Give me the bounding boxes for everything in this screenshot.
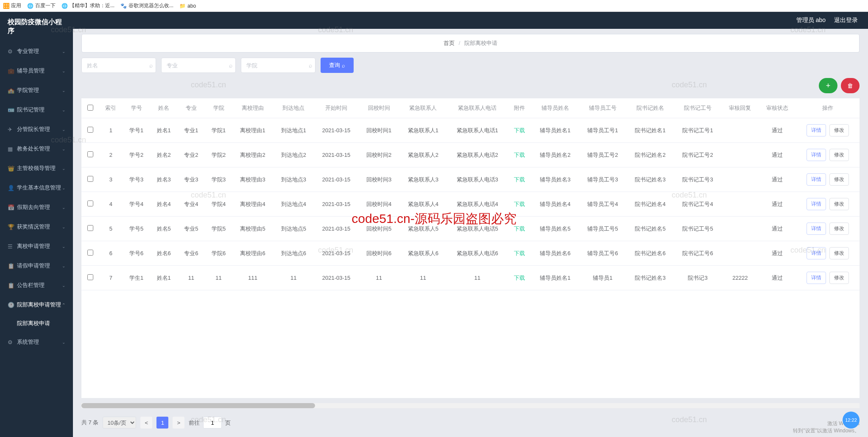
row-checkbox[interactable] — [87, 225, 93, 231]
delete-button[interactable]: 🗑 — [841, 78, 860, 93]
plus-icon: + — [826, 81, 831, 90]
detail-button[interactable]: 详情 — [807, 272, 826, 284]
bookmark-baidu[interactable]: 🌐百度一下 — [27, 2, 56, 9]
download-link[interactable]: 下载 — [514, 176, 525, 183]
edit-button[interactable]: 修改 — [829, 247, 849, 259]
th-back: 回校时间 — [359, 98, 399, 118]
page-jump-input[interactable] — [203, 417, 222, 429]
college-input[interactable] — [241, 58, 315, 73]
bookmark-google[interactable]: 🐾谷歌浏览器怎么收... — [120, 2, 173, 9]
prev-page-button[interactable]: < — [140, 417, 152, 429]
menu-absence[interactable]: 📋请假申请管理⌄ — [0, 256, 73, 276]
cell-phone: 紧急联系人电话3 — [447, 167, 508, 192]
cell-reply — [722, 167, 759, 192]
edit-button[interactable]: 修改 — [829, 223, 849, 235]
horizontal-scrollbar[interactable] — [81, 403, 860, 408]
select-all-checkbox[interactable] — [87, 105, 93, 111]
edit-button[interactable]: 修改 — [829, 149, 849, 161]
download-link[interactable]: 下载 — [514, 225, 525, 232]
cell-fdyno: 辅导员工号5 — [579, 217, 626, 241]
table-header-row: 索引 学号 姓名 专业 学院 离校理由 到达地点 开始时间 回校时间 紧急联系人… — [81, 98, 860, 118]
data-table-container[interactable]: 索引 学号 姓名 专业 学院 离校理由 到达地点 开始时间 回校时间 紧急联系人… — [81, 98, 860, 398]
row-checkbox[interactable] — [87, 274, 93, 280]
edit-button[interactable]: 修改 — [829, 173, 849, 186]
download-link[interactable]: 下载 — [514, 250, 525, 256]
detail-button[interactable]: 详情 — [807, 198, 826, 210]
cell-contact: 紧急联系人5 — [399, 217, 447, 241]
menu-dean[interactable]: ✈分管院长管理⌄ — [0, 120, 73, 139]
menu-system[interactable]: ⚙系统管理⌄ — [0, 332, 73, 352]
cell-contact: 紧急联系人2 — [399, 143, 447, 167]
menu-counselor[interactable]: 💼辅导员管理⌄ — [0, 61, 73, 81]
cell-sno: 学号3 — [123, 167, 150, 192]
cell-reply — [722, 241, 759, 266]
query-button[interactable]: 查询⌕ — [321, 58, 354, 73]
th-ysjno: 院书记工号 — [674, 98, 722, 118]
row-checkbox[interactable] — [87, 127, 93, 133]
major-input[interactable] — [161, 58, 236, 73]
menu-leader[interactable]: 👑主管校领导管理⌄ — [0, 159, 73, 178]
download-link[interactable]: 下载 — [514, 275, 525, 281]
chevron-down-icon: ⌄ — [62, 69, 65, 73]
page-1-button[interactable]: 1 — [156, 417, 168, 429]
cell-major: 专业1 — [178, 118, 205, 143]
detail-button[interactable]: 详情 — [807, 149, 826, 161]
detail-button[interactable]: 详情 — [807, 173, 826, 186]
menu-college[interactable]: 🏫学院管理⌄ — [0, 81, 73, 100]
cell-start: 2021-03-15 — [314, 217, 358, 241]
add-button[interactable]: + — [819, 78, 837, 93]
download-link[interactable]: 下载 — [514, 201, 525, 207]
cell-sno: 学号1 — [123, 118, 150, 143]
menu-vacation[interactable]: 📅假期去向管理⌄ — [0, 198, 73, 217]
menu-secretary[interactable]: 🪪院书记管理⌄ — [0, 100, 73, 120]
search-icon: ⌕ — [309, 62, 312, 69]
menu-dept-leave[interactable]: 🕐院部离校申请管理⌃ — [0, 295, 73, 315]
detail-button[interactable]: 详情 — [807, 223, 826, 235]
detail-button[interactable]: 详情 — [807, 124, 826, 136]
edit-button[interactable]: 修改 — [829, 124, 849, 136]
detail-button[interactable]: 详情 — [807, 247, 826, 259]
search-bar: ⌕ ⌕ ⌕ 查询⌕ — [81, 58, 860, 73]
row-checkbox[interactable] — [87, 250, 93, 256]
menu-leave[interactable]: ☰离校申请管理⌄ — [0, 237, 73, 256]
cell-idx: 3 — [99, 167, 123, 192]
row-checkbox[interactable] — [87, 151, 93, 157]
search-icon: ⌕ — [229, 62, 232, 69]
cell-idx: 7 — [99, 266, 123, 290]
breadcrumb-home[interactable]: 首页 — [444, 40, 455, 46]
logout-link[interactable]: 退出登录 — [834, 17, 858, 24]
bookmark-apps[interactable]: 应用 — [3, 2, 21, 9]
cell-fdyno: 辅导员工号1 — [579, 118, 626, 143]
menu-academic[interactable]: ▦教务处长管理⌄ — [0, 139, 73, 159]
menu-major[interactable]: ⚙专业管理⌄ — [0, 42, 73, 61]
menu-student[interactable]: 👤学生基本信息管理⌄ — [0, 178, 73, 198]
table-row: 4 学号4 姓名4 专业4 学院4 离校理由4 到达地点4 2021-03-15… — [81, 192, 860, 217]
edit-button[interactable]: 修改 — [829, 198, 849, 210]
download-link[interactable]: 下载 — [514, 152, 525, 158]
name-input[interactable] — [81, 58, 156, 73]
next-page-button[interactable]: > — [173, 417, 184, 429]
download-link[interactable]: 下载 — [514, 127, 525, 134]
admin-label[interactable]: 管理员 abo — [796, 17, 826, 24]
cell-contact: 紧急联系人1 — [399, 118, 447, 143]
menu-dept-leave-sub[interactable]: 院部离校申请 — [0, 315, 73, 332]
row-checkbox[interactable] — [87, 200, 93, 206]
cell-dest: 到达地点3 — [273, 167, 314, 192]
page-size-select[interactable]: 10条/页 — [103, 417, 136, 429]
menu-award[interactable]: 🏆获奖情况管理⌄ — [0, 217, 73, 237]
cell-ysjno: 院书记工号5 — [674, 217, 722, 241]
row-checkbox[interactable] — [87, 176, 93, 182]
cell-phone: 11 — [447, 266, 508, 290]
cell-sno: 学号2 — [123, 143, 150, 167]
cell-ysjno: 院书记工号2 — [674, 143, 722, 167]
chevron-down-icon: ⌄ — [62, 264, 65, 268]
bookmark-jinghua[interactable]: 🌐【精华】求助：近... — [61, 2, 114, 9]
cell-contact: 紧急联系人6 — [399, 241, 447, 266]
cell-college: 学院6 — [205, 241, 232, 266]
cell-back: 回校时间2 — [359, 143, 399, 167]
bookmark-abo[interactable]: 📁abo — [179, 3, 196, 9]
cell-fdyno: 辅导员工号4 — [579, 192, 626, 217]
edit-button[interactable]: 修改 — [829, 272, 849, 284]
cell-back: 回校时间5 — [359, 217, 399, 241]
menu-bulletin[interactable]: 📋公告栏管理⌄ — [0, 276, 73, 295]
